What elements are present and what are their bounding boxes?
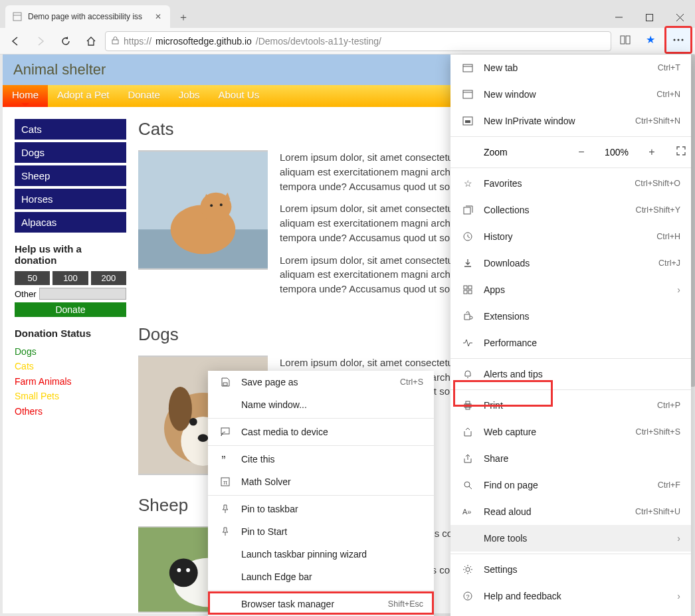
svg-text:”: ” [221,454,226,464]
capture-icon [461,427,474,437]
help-icon: ? [461,591,474,601]
svg-rect-44 [468,286,472,289]
menu-favorites[interactable]: ☆FavoritesCtrl+Shift+O [450,170,691,197]
menu-alerts[interactable]: Alerts and tips [450,361,691,387]
menu-read-aloud[interactable]: A»Read aloudCtrl+Shift+U [450,498,691,525]
donation-200[interactable]: 200 [91,271,126,285]
submenu-math[interactable]: πMath Solver [208,470,434,493]
menu-web-capture[interactable]: Web captureCtrl+Shift+S [450,419,691,445]
submenu-launch-wizard[interactable]: Launch taskbar pinning wizard [208,543,434,565]
zoom-out-button[interactable]: − [571,146,591,158]
fullscreen-button[interactable] [671,146,691,158]
menu-settings[interactable]: Settings [450,556,691,583]
svg-rect-33 [463,64,472,72]
menu-new-inprivate[interactable]: New InPrivate windowCtrl+Shift+N [450,108,691,134]
menu-zoom: Zoom − 100% + [450,139,691,165]
svg-rect-7 [621,36,625,44]
close-window-button[interactable] [664,7,695,28]
star-icon: ☆ [461,178,474,189]
submenu-launch-edge-bar[interactable]: Launch Edge bar [208,565,434,588]
reading-mode-icon[interactable] [614,29,637,51]
nav-adopt[interactable]: Adopt a Pet [48,85,118,107]
address-bar[interactable]: https://microsoftedge.github.io/Demos/de… [105,31,611,51]
menu-collections[interactable]: CollectionsCtrl+Shift+Y [450,197,691,223]
menu-more-tools[interactable]: More tools› [450,525,691,552]
menu-history[interactable]: HistoryCtrl+H [450,223,691,250]
svg-rect-8 [626,36,630,44]
menu-performance[interactable]: Performance [450,330,691,356]
sidebar-dogs[interactable]: Dogs [15,142,126,163]
submenu-task-manager[interactable]: Browser task managerShift+Esc [208,593,434,615]
ds-small: Small Pets [15,389,126,403]
share-icon [461,453,474,464]
new-tab-icon [461,62,474,73]
svg-point-10 [678,39,680,41]
submenu-save-page[interactable]: Save page asCtrl+S [208,371,434,393]
nav-home[interactable]: Home [3,85,48,107]
sidebar-alpacas[interactable]: Alpacas [15,212,126,233]
sidebar: Cats Dogs Sheep Horses Alpacas Help us w… [15,119,126,613]
donation-heading: Help us with a donation [15,243,126,266]
submenu-name-window[interactable]: Name window... [208,393,434,416]
collections-icon [461,205,474,215]
quote-icon: ” [219,454,232,464]
new-tab-button[interactable]: ＋ [173,7,194,28]
nav-about[interactable]: About Us [209,85,268,107]
favorite-star-icon[interactable]: ★ [639,29,662,51]
svg-point-31 [177,568,181,572]
menu-new-window[interactable]: New windowCtrl+N [450,81,691,108]
menu-new-tab[interactable]: New tabCtrl+T [450,54,691,81]
tab-close-icon[interactable]: ✕ [153,11,163,22]
minimize-button[interactable] [603,7,634,28]
settings-menu: New tabCtrl+T New windowCtrl+N New InPri… [450,54,691,616]
svg-point-18 [210,204,213,207]
donation-status-heading: Donation Status [15,328,126,339]
sidebar-cats[interactable]: Cats [15,119,126,140]
more-tools-submenu: Save page asCtrl+S Name window... Cast m… [208,371,434,616]
svg-point-11 [682,39,684,41]
read-aloud-icon: A» [461,506,474,517]
menu-downloads[interactable]: DownloadsCtrl+J [450,250,691,276]
back-button[interactable] [4,30,27,52]
submenu-pin-taskbar[interactable]: Pin to taskbar [208,498,434,520]
donation-other-input[interactable] [39,288,126,300]
menu-print[interactable]: PrintCtrl+P [450,392,691,419]
submenu-cite[interactable]: ”Cite this [208,448,434,470]
zoom-in-button[interactable]: + [642,146,662,158]
svg-rect-45 [464,290,467,294]
forward-button[interactable] [29,30,52,52]
sidebar-horses[interactable]: Horses [15,189,126,209]
sidebar-sheep[interactable]: Sheep [15,165,126,186]
svg-point-30 [169,558,198,587]
donation-50[interactable]: 50 [15,271,50,285]
menu-close-edge[interactable]: Close Microsoft Edge [450,609,691,616]
submenu-cast[interactable]: Cast media to device [208,421,434,443]
menu-help[interactable]: ?Help and feedback› [450,583,691,609]
nav-donate[interactable]: Donate [118,85,169,107]
donate-button[interactable]: Donate [15,302,126,317]
gear-icon [461,564,474,575]
maximize-button[interactable] [634,7,664,28]
menu-apps[interactable]: Apps› [450,276,691,303]
refresh-button[interactable] [54,30,77,52]
pin-icon [219,504,232,514]
settings-and-more-button[interactable] [664,26,692,54]
menu-extensions[interactable]: Extensions [450,303,691,330]
svg-rect-6 [112,40,118,44]
nav-jobs[interactable]: Jobs [169,85,209,107]
svg-point-23 [169,387,192,431]
menu-share[interactable]: Share [450,445,691,472]
home-button[interactable] [80,30,102,52]
browser-tab[interactable]: Demo page with accessibility iss ✕ [5,5,170,28]
page-favicon-icon [12,11,23,22]
svg-rect-35 [463,90,472,98]
svg-point-9 [674,39,676,41]
svg-point-32 [186,568,190,572]
svg-rect-46 [468,290,472,294]
donation-100[interactable]: 100 [52,271,88,285]
menu-find-on-page[interactable]: Find on pageCtrl+F [450,472,691,498]
cat-image [138,150,268,270]
bell-icon [461,369,474,379]
submenu-pin-start[interactable]: Pin to Start [208,520,434,543]
svg-text:π: π [223,479,227,486]
